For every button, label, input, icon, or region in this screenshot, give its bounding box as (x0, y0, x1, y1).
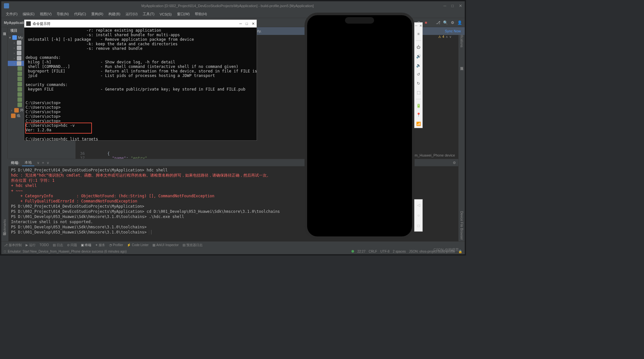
services-tool-button[interactable]: ✦服务 (95, 243, 105, 247)
emu-power-icon[interactable]: ⏻ (416, 45, 421, 50)
title-bar: MyApplication [D:\002_Project\014_DevEco… (1, 1, 465, 10)
command-prompt-window: 命令提示符 ─ □ ✕ -r: replace existing applica… (24, 19, 257, 141)
log-tool-button[interactable]: ▤日志 (53, 243, 63, 247)
emu-minimize-icon[interactable]: ─ (415, 24, 417, 27)
menu-window[interactable]: 窗口(W) (175, 11, 192, 17)
status-time: 22:27 (357, 250, 365, 253)
emu-close-icon[interactable]: ✕ (419, 24, 422, 27)
emu-volume-down-icon[interactable]: 🔉 (416, 63, 421, 68)
emu-volume-up-icon[interactable]: 🔊 (416, 54, 421, 59)
emulator-device[interactable] (305, 13, 415, 239)
cmd-minimize-icon[interactable]: ─ (239, 22, 242, 26)
emu-rotate-right-icon[interactable]: ↻ (416, 81, 421, 86)
editor-inspection-widget[interactable]: ⚠ 4 ∧ ∨ (438, 35, 458, 38)
terminal-tab-local[interactable]: 本地 (22, 159, 34, 166)
emu-menu-icon[interactable]: ≡ (416, 31, 421, 37)
services-icon: ✦ (95, 243, 98, 247)
problems-icon: ⊘ (67, 243, 70, 247)
menu-edit[interactable]: 编辑(E) (21, 11, 37, 17)
emulator-toolbar: ─✕ ≡ ⏻ 🔊 🔉 ↺ ↻ ⬚ 🔋 📍 📶 (414, 22, 423, 128)
minimize-icon[interactable]: ─ (443, 4, 446, 8)
prev-highlight-icon[interactable]: ∧ (446, 35, 448, 38)
menu-code[interactable]: 代码(C) (72, 11, 88, 17)
emu-recents-icon[interactable]: □ (417, 223, 419, 228)
line-number: 36 (76, 151, 89, 156)
device-file-browser-tab[interactable]: Device File Browser (459, 210, 464, 241)
cmd-maximize-icon[interactable]: □ (246, 22, 248, 26)
status-indent[interactable]: 2 spaces (393, 250, 406, 253)
maximize-icon[interactable]: □ (451, 4, 454, 8)
menu-build[interactable]: 构建(B) (106, 11, 122, 17)
git-icon[interactable]: ⎇ (436, 20, 441, 25)
search-icon[interactable]: 🔍 (443, 20, 448, 25)
terminal-settings-icon[interactable]: ⚙ (453, 161, 456, 165)
emu-battery-icon[interactable]: 🔋 (416, 103, 421, 108)
cmd-highlight-box (25, 123, 92, 134)
menu-tools[interactable]: 工具(T) (141, 11, 156, 17)
sync-now-button[interactable]: Sync Now (445, 29, 461, 33)
terminal-tool-button[interactable]: ▣终端 (81, 243, 91, 247)
bookmarks-tab[interactable]: Bookmarks (3, 219, 6, 235)
tool-windows-icon[interactable]: □ (4, 250, 6, 253)
problems-tool-button[interactable]: ⊘问题 (67, 243, 77, 247)
avatar-icon[interactable]: 👤 (457, 20, 462, 25)
arkui-tool-button[interactable]: ▦ArkUI Inspector (152, 243, 179, 247)
terminal-label: 终端: (11, 160, 19, 165)
profiler-icon: ◔ (109, 243, 112, 247)
terminal-icon: ▣ (81, 243, 84, 247)
menu-navigate[interactable]: 导航(N) (55, 11, 71, 17)
emu-home-icon[interactable]: ○ (417, 213, 419, 218)
previewer-tab[interactable]: 预览器 (459, 63, 465, 66)
emu-network-icon[interactable]: 📶 (416, 121, 421, 126)
close-icon[interactable]: ✕ (459, 4, 462, 8)
terminal-add-button[interactable]: + (42, 161, 44, 165)
emu-back-icon[interactable]: ◁ (417, 203, 420, 207)
emu-location-icon[interactable]: 📍 (416, 112, 421, 117)
cmd-icon (26, 21, 31, 26)
preview-icon: ▤ (183, 243, 185, 247)
app-logo-icon (4, 3, 9, 8)
cmd-title: 命令提示符 (33, 21, 239, 26)
code-linter-tool-button[interactable]: ⚡Code Linter (127, 243, 149, 247)
right-tool-strip: Notifications 预览器 Device File Browser (458, 27, 465, 241)
play-icon: ▶ (26, 243, 28, 247)
menu-vcs[interactable]: VCS(S) (158, 12, 173, 17)
warning-icon: ⚠ (438, 35, 441, 38)
todo-tool-button[interactable]: TODO (39, 243, 49, 247)
menu-refactor[interactable]: 重构(R) (89, 11, 105, 17)
status-bar: □ Emulator: Start New_Device_from_Huawei… (1, 248, 465, 254)
arkui-icon: ▦ (152, 243, 155, 247)
log-icon: ▤ (53, 243, 56, 247)
menu-file[interactable]: 文件(F) (4, 11, 19, 17)
status-message: Emulator: Start New_Device_from_Huawei_P… (8, 250, 351, 253)
emu-rotate-left-icon[interactable]: ↺ (416, 72, 421, 77)
status-line-ending[interactable]: CRLF (369, 250, 377, 253)
emu-screenshot-icon[interactable]: ⬚ (416, 90, 421, 95)
bottom-tool-bar: ⎇版本控制 ▶运行 TODO ▤日志 ⊘问题 ▣终端 ✦服务 ◔Profiler… (1, 241, 465, 248)
status-indicator-icon (351, 250, 354, 253)
profiler-tool-button[interactable]: ◔Profiler (109, 243, 123, 247)
project-tree-title: 项目 (10, 28, 17, 33)
cmd-close-icon[interactable]: ✕ (252, 22, 255, 26)
project-panel-tab[interactable]: 项目 (2, 28, 7, 31)
next-highlight-icon[interactable]: ∨ (449, 35, 451, 38)
stop-icon[interactable]: ■ (423, 20, 428, 25)
window-title: MyApplication [D:\002_Project\014_DevEco… (12, 4, 443, 8)
settings-icon[interactable]: ⚙ (450, 20, 455, 25)
watermark: CSDN @韩曙亮 (434, 247, 459, 252)
menu-view[interactable]: 视图(V) (38, 11, 54, 17)
vcs-tool-button[interactable]: ⎇版本控制 (4, 243, 22, 247)
emulator-notch (345, 17, 374, 24)
menu-run[interactable]: 运行(U) (124, 11, 139, 17)
preview-log-tool-button[interactable]: ▤预览器日志 (183, 243, 203, 247)
linter-icon: ⚡ (127, 243, 131, 247)
run-tool-button[interactable]: ▶运行 (26, 243, 36, 247)
status-encoding[interactable]: UTF-8 (380, 250, 389, 253)
menu-help[interactable]: 帮助(H) (193, 11, 209, 17)
branch-icon: ⎇ (4, 243, 8, 247)
emulator-nav-toolbar: ◁ ○ □ (414, 199, 423, 232)
